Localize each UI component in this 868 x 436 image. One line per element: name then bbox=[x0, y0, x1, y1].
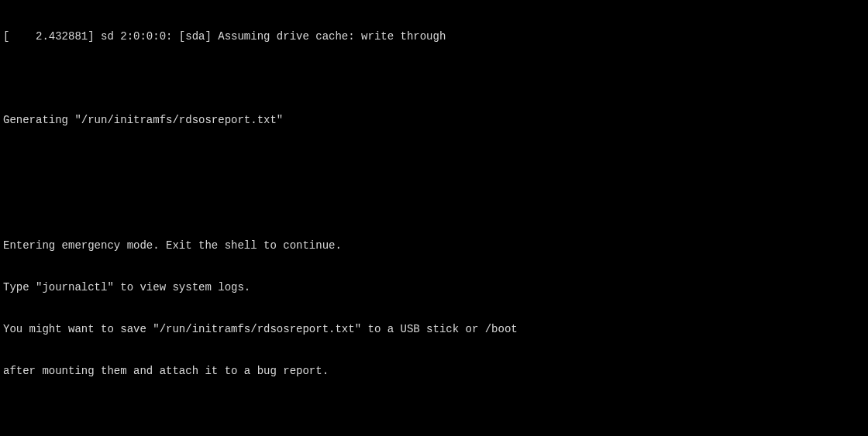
after-mount-line: after mounting them and attach it to a b… bbox=[3, 364, 865, 378]
generating-line: Generating "/run/initramfs/rdsosreport.t… bbox=[3, 113, 865, 127]
save-hint-line: You might want to save "/run/initramfs/r… bbox=[3, 322, 865, 336]
kernel-msg-line: [ 2.432881] sd 2:0:0:0: [sda] Assuming d… bbox=[3, 29, 865, 43]
terminal[interactable]: [ 2.432881] sd 2:0:0:0: [sda] Assuming d… bbox=[0, 0, 868, 436]
blank-line bbox=[3, 71, 865, 85]
emergency-mode-line: Entering emergency mode. Exit the shell … bbox=[3, 239, 865, 252]
journalctl-hint-line: Type "journalctl" to view system logs. bbox=[3, 280, 865, 294]
blank-line bbox=[3, 155, 865, 169]
blank-line bbox=[3, 406, 865, 420]
blank-line bbox=[3, 197, 865, 211]
